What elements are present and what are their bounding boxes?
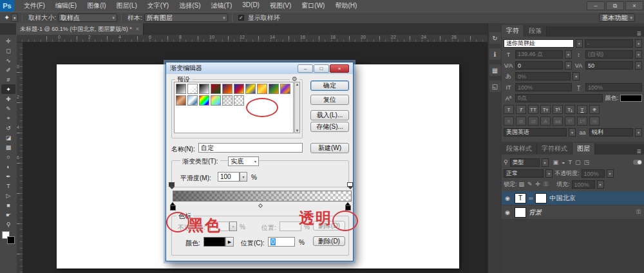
document-tab[interactable]: 未标题-1 @ 60.1% (中国北京, 图层蒙版/8) * ×: [16, 23, 144, 35]
close-button[interactable]: ×: [625, 1, 643, 10]
gradient-preset-6[interactable]: [245, 84, 256, 94]
dialog-close-button[interactable]: ×: [330, 64, 349, 73]
leading-field[interactable]: (自动): [585, 50, 633, 59]
menu-item-2[interactable]: 图像(I): [82, 0, 110, 12]
menu-item-8[interactable]: 视图(V): [265, 0, 296, 12]
text-color-swatch[interactable]: [620, 95, 642, 102]
layer-name[interactable]: 背景: [529, 208, 542, 217]
eyedropper-icon[interactable]: ✦: [4, 14, 10, 22]
chevron-down-icon[interactable]: ▾: [635, 61, 642, 70]
pen-tool[interactable]: ✒: [1, 171, 15, 181]
chevron-down-icon[interactable]: ▾: [573, 72, 580, 80]
filter-toggle[interactable]: [633, 160, 642, 165]
layer-mask-thumbnail[interactable]: [535, 193, 547, 203]
new-button[interactable]: 新建(W): [310, 143, 349, 153]
type-style-button-0[interactable]: T: [504, 105, 514, 114]
type-style-button-4[interactable]: T¹: [553, 105, 563, 114]
kerning-field[interactable]: 0: [515, 61, 563, 70]
character-tab-0[interactable]: 字符: [502, 25, 524, 37]
load-button[interactable]: 载入(L)...: [310, 110, 349, 120]
menu-item-9[interactable]: 窗口(W): [297, 0, 329, 12]
gradient-preset-4[interactable]: [222, 84, 232, 94]
chevron-down-icon[interactable]: ▾: [545, 169, 553, 178]
lock-icon-1[interactable]: ✎: [527, 181, 533, 188]
stop-location2-field[interactable]: 0: [268, 237, 295, 247]
layer-row-0[interactable]: ◉T∞中国北京: [502, 191, 644, 205]
gradient-preset-11[interactable]: [187, 95, 198, 106]
lock-icon-0[interactable]: ▨: [519, 181, 525, 188]
layers-tab-0[interactable]: 段落样式: [502, 143, 537, 155]
visibility-eye-icon[interactable]: ◉: [503, 195, 512, 202]
tracking-field[interactable]: 50: [585, 61, 633, 70]
chevron-down-icon[interactable]: ▾: [635, 39, 642, 48]
lock-icon-2[interactable]: ✛: [536, 181, 541, 188]
tsume-field[interactable]: 0%: [515, 72, 571, 80]
type-style-button-5[interactable]: T₁: [565, 105, 575, 114]
delete-color-stop-button[interactable]: 删除(D): [313, 236, 345, 246]
layer-filter-icon-0[interactable]: ▣: [553, 159, 559, 165]
text-layer-thumbnail[interactable]: T: [515, 193, 526, 203]
gradient-preset-7[interactable]: [257, 84, 267, 94]
menu-item-7[interactable]: 3D(D): [238, 0, 264, 12]
layer-filter-icon-1[interactable]: ◒: [562, 159, 565, 165]
gradient-preset-0[interactable]: [176, 84, 186, 94]
menu-item-5[interactable]: 选择(S): [175, 0, 205, 12]
background-color-swatch[interactable]: [7, 236, 15, 244]
chevron-down-icon[interactable]: ▾: [565, 61, 572, 70]
stop-color-swatch[interactable]: [204, 237, 225, 247]
brush-tool[interactable]: ✎: [1, 104, 15, 113]
type-style-button-6[interactable]: T: [577, 105, 587, 114]
chevron-down-icon[interactable]: ▾: [635, 50, 642, 59]
chevron-down-icon[interactable]: ▾: [597, 180, 604, 189]
layer-filter-icon-2[interactable]: T: [569, 159, 573, 165]
preset-scrollbar[interactable]: ▲ ▼: [294, 82, 300, 133]
minimize-button[interactable]: –: [587, 1, 605, 10]
dialog-maximize-button[interactable]: □: [314, 64, 329, 73]
type-tool[interactable]: T: [1, 181, 15, 191]
scroll-down-icon[interactable]: ▼: [296, 129, 299, 133]
layer-row-1[interactable]: ◉背景⚿: [502, 205, 644, 220]
tool-preset-arrow-icon[interactable]: ▾: [11, 14, 18, 22]
horizontal-scale-field[interactable]: 100%: [585, 83, 642, 91]
chevron-down-icon[interactable]: ▾: [576, 39, 583, 48]
gradient-tool[interactable]: ▩: [1, 142, 15, 152]
font-style-field[interactable]: -: [585, 39, 633, 48]
baseline-shift-field[interactable]: 0点: [515, 94, 603, 102]
workspace-switcher[interactable]: 基本功能 ▾: [599, 14, 635, 22]
layer-filter-select[interactable]: 类型: [510, 158, 540, 167]
menu-item-10[interactable]: 帮助(H): [330, 0, 361, 12]
eraser-tool[interactable]: ◪: [1, 133, 15, 142]
history-panel-icon[interactable]: ↻: [489, 32, 501, 44]
layer-filter-icon-3[interactable]: ▢: [575, 159, 581, 165]
info-panel-icon[interactable]: ℹ: [489, 48, 501, 60]
dodge-tool[interactable]: ◐: [1, 162, 15, 171]
gradient-preset-9[interactable]: [280, 84, 290, 94]
reset-button[interactable]: 复位: [310, 95, 349, 105]
healing-brush-tool[interactable]: ✚: [1, 94, 15, 104]
chevron-down-icon[interactable]: ▾: [607, 169, 614, 178]
gradient-preset-5[interactable]: [234, 84, 244, 94]
chevron-down-icon[interactable]: ▾: [542, 158, 549, 167]
gradient-preset-3[interactable]: [211, 84, 221, 94]
blur-tool[interactable]: ○: [1, 152, 15, 162]
gradient-preset-15[interactable]: [234, 95, 244, 106]
dialog-minimize-button[interactable]: –: [298, 64, 313, 73]
right-opacity-stop[interactable]: [347, 182, 353, 187]
smoothness-spinner[interactable]: ▾: [240, 172, 247, 182]
show-ring-checkbox[interactable]: ✓: [238, 15, 244, 21]
sample-size-select[interactable]: 取样点 ▾: [58, 14, 117, 22]
move-tool[interactable]: ✛: [1, 36, 15, 46]
ok-button[interactable]: 确定: [310, 80, 349, 91]
blend-mode-select[interactable]: 正常: [504, 169, 544, 178]
gradient-preset-13[interactable]: [211, 95, 221, 106]
gradient-preset-14[interactable]: [222, 95, 232, 106]
vertical-scale-field[interactable]: 100%: [515, 83, 572, 91]
menu-item-6[interactable]: 滤镜(T): [207, 0, 237, 12]
layer-filter-icon-4[interactable]: ◳: [584, 159, 590, 165]
scroll-up-icon[interactable]: ▲: [296, 82, 299, 86]
history-brush-tool[interactable]: ↺: [1, 123, 15, 133]
panel-menu-icon[interactable]: ≣: [636, 148, 644, 155]
lock-icon-3[interactable]: ⚿: [544, 181, 548, 188]
vertical-ruler[interactable]: 0246: [17, 42, 23, 273]
gradient-type-select[interactable]: 实底 ▾: [228, 156, 259, 166]
